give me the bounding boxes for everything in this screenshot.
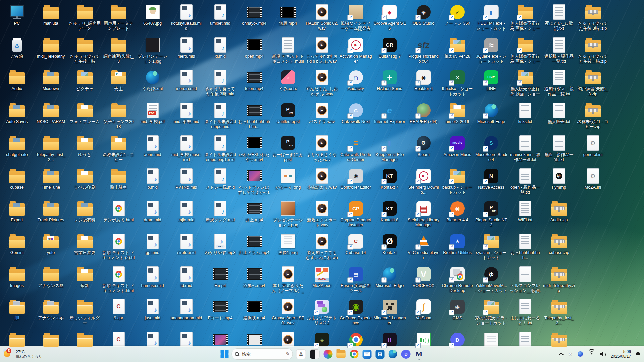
- desktop-icon[interactable]: [238, 331, 270, 348]
- desktop-icon[interactable]: ↗Microsoft Edge: [373, 266, 406, 288]
- desktop-icon[interactable]: ⚙general.ini: [577, 135, 609, 157]
- desktop-icon[interactable]: フォトフレーム: [68, 102, 101, 124]
- desktop-icon[interactable]: Fコード.mp4: [204, 299, 236, 321]
- desktop-icon[interactable]: ▶: [272, 331, 304, 348]
- desktop-icon[interactable]: WIFI.txt: [509, 200, 541, 223]
- desktop-icon[interactable]: きゅうり食ってた午後 3時 .zip: [577, 4, 609, 31]
- desktop-icon[interactable]: ♪td.mid: [170, 266, 203, 288]
- desktop-icon[interactable]: 井上ドラム.mp4: [238, 233, 270, 255]
- desktop-icon[interactable]: ≡↗Cakewalk Product Center: [339, 135, 372, 162]
- desktop-icon[interactable]: [475, 331, 507, 348]
- desktop-icon[interactable]: ♪: [136, 331, 169, 348]
- desktop-icon[interactable]: 画像1.png: [272, 233, 304, 255]
- desktop-icon[interactable]: ⚙MoZA.ini: [577, 168, 609, 190]
- desktop-icon[interactable]: teion.mp4: [238, 69, 270, 92]
- desktop-icon[interactable]: ♪umibet.mid: [204, 4, 236, 26]
- desktop-icon[interactable]: ↗孤独なインディーゲーム開発者の一生 …: [339, 4, 372, 32]
- desktop-icon[interactable]: 調声用データテンプレート: [102, 4, 135, 31]
- desktop-icon[interactable]: ↗Microsoft Edge: [475, 102, 507, 124]
- desktop-icon[interactable]: Track Pictures: [35, 200, 67, 223]
- desktop-icon[interactable]: Auto Saves: [1, 102, 33, 124]
- desktop-icon[interactable]: ↗Minecraft Launcher: [373, 299, 406, 326]
- desktop-icon[interactable]: X↗9.5.xlsx - ショートカット: [441, 69, 474, 97]
- desktop-icon[interactable]: ラベル印刷: [68, 168, 101, 190]
- desktop-icon[interactable]: ▶答え知っててもむずいわこれ.wav: [306, 233, 338, 261]
- desktop-icon[interactable]: Telepathy_Inst_2...: [35, 135, 67, 162]
- desktop-icon[interactable]: ↗syasinn - ショートカット: [475, 233, 507, 260]
- desktop-icon[interactable]: ピクチャ: [68, 69, 101, 92]
- desktop-icon[interactable]: 選択肢 - 親作品一覧.txt: [543, 37, 575, 64]
- desktop-icon[interactable]: くらび.xml: [136, 69, 169, 92]
- taskbar-app-character-app[interactable]: ♙: [295, 348, 307, 360]
- desktop-icon[interactable]: Audio: [1, 69, 33, 92]
- desktop-icon[interactable]: ▶小銭詰まり.wav: [306, 168, 338, 190]
- desktop-icon[interactable]: music↗Amazon Music: [441, 135, 474, 157]
- desktop-icon[interactable]: KT↗Kontakt 7: [373, 168, 406, 190]
- desktop-icon[interactable]: ♪dram.mid: [136, 200, 169, 223]
- desktop-icon[interactable]: ▶新規エクスポート.wav: [306, 200, 338, 228]
- desktop-icon[interactable]: ★↗Brother Utilities: [441, 233, 474, 255]
- desktop-icon[interactable]: 売上: [102, 69, 135, 92]
- desktop-icon[interactable]: アナウンス冬: [35, 299, 67, 321]
- desktop-icon[interactable]: CP↗Crypton Product Installer: [339, 200, 372, 228]
- desktop-icon[interactable]: だれだFXいれたやつ.mp4: [238, 135, 270, 162]
- desktop-icon[interactable]: ♪meroin.mid: [170, 69, 203, 92]
- desktop-icon[interactable]: N↗Native Access: [475, 168, 507, 190]
- search-input[interactable]: 検索 ✎: [232, 348, 293, 360]
- desktop-icon[interactable]: ▶HALion Sonic 02.wav: [306, 4, 338, 31]
- desktop-icon[interactable]: ♪jusu.mid: [136, 299, 169, 321]
- taskbar-app-copilot[interactable]: [322, 348, 334, 360]
- desktop-icon[interactable]: 無人販売.txt: [543, 102, 575, 124]
- desktop-icon[interactable]: 路上駐車: [102, 168, 135, 190]
- taskbar-app-microsoft-store[interactable]: ⊞: [374, 348, 386, 360]
- desktop-icon[interactable]: |||↗Keepforest File Manager: [373, 135, 406, 162]
- desktop-icon[interactable]: ↗VLC media player: [407, 233, 440, 260]
- desktop-icon[interactable]: [68, 331, 101, 348]
- desktop-icon[interactable]: ♪sirofo.mid: [170, 233, 203, 255]
- desktop-icon[interactable]: NKSC_PARAM: [35, 102, 67, 124]
- desktop-icon[interactable]: ↗ぷよぷよ™テトリス® 2: [306, 299, 338, 326]
- taskbar-app-musescore-m[interactable]: M: [413, 348, 425, 360]
- desktop-icon[interactable]: ♪mid_学校.mid: [170, 102, 203, 124]
- desktop-icon[interactable]: PC: [1, 4, 33, 26]
- clock[interactable]: 5:06 2025/08/17: [611, 349, 631, 359]
- desktop-icon[interactable]: e↗Internet Explorer: [373, 102, 406, 124]
- desktop-icon[interactable]: ▶001_東北きりたん（ノーマル）_今じゃ...: [272, 266, 304, 294]
- desktop-icon[interactable]: 井上.mp4: [238, 200, 270, 223]
- desktop-icon[interactable]: ♪b.mid: [136, 168, 169, 190]
- desktop-icon[interactable]: ◆↗Groove Agent SE 5: [373, 4, 406, 31]
- desktop-icon[interactable]: ksks.txt: [509, 102, 541, 124]
- desktop-icon[interactable]: Gemini: [1, 233, 33, 255]
- desktop-icon[interactable]: ▶こってゅh dすお f d s b ふぉ.wav: [306, 37, 338, 64]
- desktop-icon[interactable]: きゅうり食ってた午後三時.zip: [577, 37, 609, 64]
- desktop-icon[interactable]: ゆうと: [68, 135, 101, 157]
- desktop-icon[interactable]: ↗筆まめ Ver.28: [441, 37, 474, 59]
- desktop-icon[interactable]: ↗: [339, 331, 372, 348]
- desktop-icon[interactable]: 名称未設定1 - コピー: [102, 135, 135, 162]
- desktop-icon[interactable]: 新規 テキスト ドキュメント (2).html: [102, 233, 135, 261]
- desktop-icon[interactable]: ♪メドレー風.mid: [204, 168, 236, 190]
- desktop-icon[interactable]: ∩↗Audacity: [339, 69, 372, 92]
- desktop-icon[interactable]: KT↗Kontakt 8: [373, 200, 406, 223]
- desktop-icon[interactable]: ✓↗ノートン 360: [441, 4, 474, 26]
- desktop-icon[interactable]: ohhayo-.mp4: [238, 4, 270, 26]
- desktop-icon[interactable]: ≈↗JQuake.exe - ショートカット: [475, 37, 507, 64]
- desktop-icon[interactable]: 新しいフォルダー: [68, 299, 101, 326]
- desktop-icon[interactable]: ♪うみ.ustx: [272, 69, 304, 92]
- desktop-icon[interactable]: ▶↗Steinberg Downlo...: [407, 168, 440, 195]
- desktop-icon[interactable]: おっhhhhhhhhhhhhh...: [238, 102, 270, 129]
- taskbar-app-file-explorer[interactable]: [335, 349, 347, 359]
- desktop-icon[interactable]: Export: [1, 200, 33, 223]
- taskbar-app-mail[interactable]: [361, 348, 373, 360]
- desktop-icon[interactable]: 新規 テキスト ドキュメント.musicxml: [272, 37, 304, 64]
- desktop-icon[interactable]: ↗REAPER (x64): [407, 102, 440, 124]
- desktop-icon[interactable]: C↗Cubase 14: [339, 233, 372, 255]
- desktop-icon[interactable]: ♪rajio.mid: [170, 200, 203, 223]
- desktop-icon[interactable]: ↗家の防犯カメラ - ショートカット: [475, 299, 507, 326]
- desktop-icon[interactable]: sfz↗Plogue sforzando x64: [407, 37, 440, 64]
- desktop-icon[interactable]: テンポあて.html: [102, 200, 135, 223]
- desktop-icon[interactable]: ◉↗Controller Editor: [339, 168, 372, 190]
- hidden-icons-chevron-icon[interactable]: [558, 351, 564, 357]
- weather-widget[interactable]: 5 27°C 晴れのちくもり: [3, 346, 42, 362]
- desktop-icon[interactable]: Audio.zip: [543, 200, 575, 223]
